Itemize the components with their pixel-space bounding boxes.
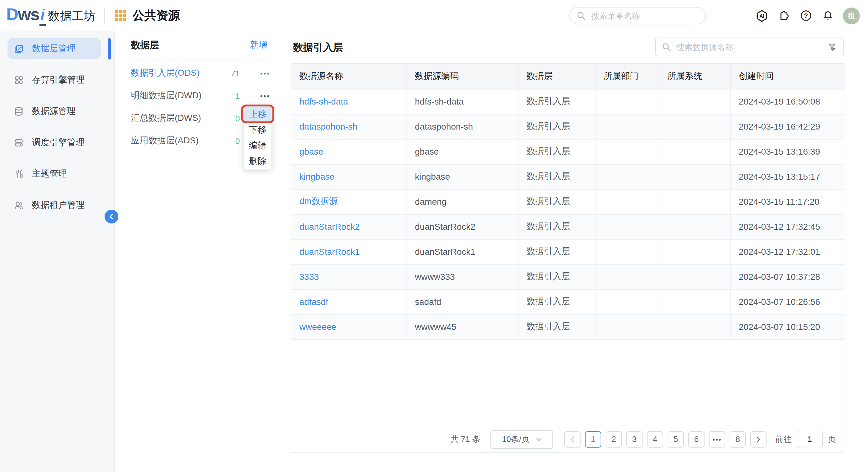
layer-item-1[interactable]: 数据引入层(ODS)71••• <box>115 62 279 85</box>
app-title: 公共资源 <box>132 7 180 24</box>
panel-header: 数据层 新增 <box>115 31 279 59</box>
page-button-5[interactable]: 5 <box>668 431 684 447</box>
add-layer-button[interactable]: 新增 <box>250 39 268 51</box>
sidebar-item-5[interactable]: 主题管理 <box>7 163 101 184</box>
table-cell: 2024-03-19 16:50:08 <box>730 89 845 114</box>
app-window: Dwsi 数据工坊 公共资源 AI ? <box>0 0 868 472</box>
pager-ellipsis-button[interactable]: ••• <box>709 431 725 447</box>
table-cell: dataspohon-sh <box>406 114 518 139</box>
page-button-2[interactable]: 2 <box>606 431 622 447</box>
page-unit-label: 页 <box>828 434 836 445</box>
menu-search-box[interactable] <box>569 7 706 24</box>
table-cell: sadafd <box>406 289 518 314</box>
sidebar-item-6[interactable]: 数据租户管理 <box>7 195 101 215</box>
column-header: 数据源名称 <box>291 64 406 89</box>
sidebar-collapse-button[interactable] <box>104 210 118 223</box>
table-cell <box>595 239 659 264</box>
column-header: 所属系统 <box>659 64 730 89</box>
page-button-8[interactable]: 8 <box>730 431 746 447</box>
help-icon[interactable]: ? <box>799 9 812 22</box>
logo-letter-d: D <box>6 5 18 24</box>
table-cell <box>595 89 659 114</box>
table-cell <box>595 189 659 214</box>
table-cell <box>595 139 659 164</box>
prev-page-button[interactable] <box>564 431 581 447</box>
layer-name[interactable]: 数据引入层(ODS) <box>131 68 199 79</box>
table-cell: 数据引入层 <box>518 289 595 314</box>
more-actions-icon[interactable]: ••• <box>260 92 271 99</box>
context-menu-item[interactable]: 上移 <box>244 106 271 122</box>
datasource-name-link[interactable]: adfasdf <box>291 289 406 314</box>
table-cell: 数据引入层 <box>518 164 595 189</box>
layer-name[interactable]: 应用数据层(ADS) <box>131 135 198 147</box>
table-cell: 2024-03-15 13:16:39 <box>730 139 845 164</box>
column-header: 创建时间 <box>730 64 845 89</box>
datasource-name-link[interactable]: dataspohon-sh <box>291 114 406 139</box>
table-cell: 2024-03-15 13:15:17 <box>730 164 845 189</box>
context-menu-item[interactable]: 编辑 <box>244 138 271 153</box>
bell-icon[interactable] <box>821 9 834 22</box>
more-actions-icon[interactable]: ••• <box>260 70 271 77</box>
menu-search-input[interactable] <box>590 10 698 21</box>
tools-icon <box>14 169 24 179</box>
table-cell: 2024-03-07 10:26:56 <box>730 289 845 314</box>
sidebar-item-2[interactable]: 存算引擎管理 <box>7 69 101 90</box>
table-cell: 2024-03-07 10:37:28 <box>730 264 845 289</box>
sidebar-item-4[interactable]: 调度引擎管理 <box>7 132 101 153</box>
page-button-4[interactable]: 4 <box>647 431 663 447</box>
datasource-name-link[interactable]: wweeeee <box>291 314 406 339</box>
sidebar-item-label: 存算引擎管理 <box>32 74 85 86</box>
table-row: 3333wwww333数据引入层2024-03-07 10:37:28 <box>291 264 845 289</box>
goto-page-input[interactable] <box>797 430 823 448</box>
table-cell <box>595 264 659 289</box>
chevron-right-icon <box>756 436 761 442</box>
table-cell: 数据引入层 <box>518 239 595 264</box>
logo-letters-ws: ws <box>18 5 39 24</box>
page-title: 数据引入层 <box>293 41 343 55</box>
sidebar-item-1[interactable]: 数据层管理 <box>7 38 101 59</box>
page-button-1[interactable]: 1 <box>585 431 601 447</box>
context-menu-item[interactable]: 删除 <box>244 153 271 169</box>
plugin-icon[interactable] <box>777 9 790 22</box>
svg-text:AI: AI <box>760 13 764 19</box>
datasource-name-link[interactable]: duanStarRock2 <box>291 214 406 239</box>
datasource-name-link[interactable]: 3333 <box>291 264 406 289</box>
table-card: 数据源名称数据源编码数据层所属部门所属系统创建时间 hdfs-sh-datahd… <box>290 63 844 452</box>
user-avatar[interactable]: 租 <box>843 7 860 24</box>
search-icon <box>577 11 586 20</box>
datasource-name-link[interactable]: gbase <box>291 139 406 164</box>
datasource-name-link[interactable]: kingbase <box>291 164 406 189</box>
header-divider <box>104 7 105 24</box>
datasource-search-input[interactable] <box>675 42 823 52</box>
table-header-row: 数据源名称数据源编码数据层所属部门所属系统创建时间 <box>291 64 845 89</box>
datasource-name-link[interactable]: duanStarRock1 <box>291 239 406 264</box>
datasource-search-box[interactable] <box>655 37 844 56</box>
table-cell: 数据引入层 <box>518 214 595 239</box>
filter-funnel-icon[interactable] <box>827 42 837 52</box>
column-header: 数据源编码 <box>406 64 518 89</box>
ai-icon[interactable]: AI <box>755 9 768 22</box>
chevron-left-icon <box>108 214 115 220</box>
sidebar-item-3[interactable]: 数据源管理 <box>7 101 101 121</box>
datasource-name-link[interactable]: hdfs-sh-data <box>291 89 406 114</box>
table-row: dm数据源dameng数据引入层2024-03-15 11:17:20 <box>291 189 845 214</box>
page-button-6[interactable]: 6 <box>688 431 705 447</box>
table-cell: 数据引入层 <box>518 114 595 139</box>
table-cell: gbase <box>406 139 518 164</box>
sidebar-item-label: 调度引擎管理 <box>32 137 85 148</box>
page-size-select[interactable]: 10条/页 <box>490 430 553 448</box>
context-menu-item[interactable]: 下移 <box>244 122 271 138</box>
app-switcher[interactable]: 公共资源 <box>114 7 180 24</box>
table-cell <box>659 189 730 214</box>
layer-name[interactable]: 汇总数据层(DWS) <box>131 113 201 124</box>
page-button-3[interactable]: 3 <box>626 431 643 447</box>
table-cell: 数据引入层 <box>518 314 595 339</box>
brand-logo: Dwsi 数据工坊 <box>0 5 95 26</box>
layer-item-2[interactable]: 明细数据层(DWD)1••• <box>115 85 279 107</box>
next-page-button[interactable] <box>750 431 767 447</box>
layer-name[interactable]: 明细数据层(DWD) <box>131 90 202 101</box>
engine-grid-icon <box>14 75 24 85</box>
datasource-table: 数据源名称数据源编码数据层所属部门所属系统创建时间 hdfs-sh-datahd… <box>291 64 845 340</box>
table-cell <box>659 139 730 164</box>
datasource-name-link[interactable]: dm数据源 <box>291 189 406 214</box>
